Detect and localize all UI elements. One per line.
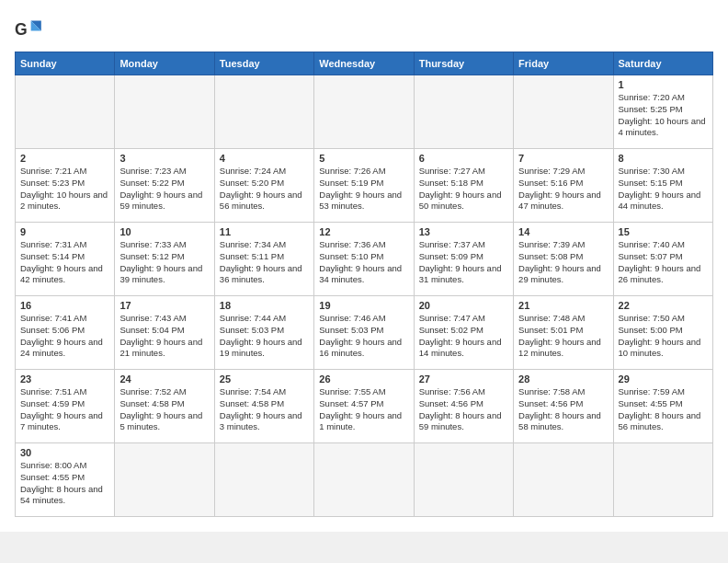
week-row-5: 30Sunrise: 8:00 AM Sunset: 4:55 PM Dayli… [16,443,713,517]
calendar-cell: 6Sunrise: 7:27 AM Sunset: 5:18 PM Daylig… [414,149,513,223]
calendar-header-row: SundayMondayTuesdayWednesdayThursdayFrid… [16,52,713,75]
day-info: Sunrise: 7:43 AM Sunset: 5:04 PM Dayligh… [119,313,209,360]
calendar-cell: 28Sunrise: 7:58 AM Sunset: 4:56 PM Dayli… [514,370,613,443]
day-info: Sunrise: 7:40 AM Sunset: 5:07 PM Dayligh… [619,239,708,286]
week-row-4: 23Sunrise: 7:51 AM Sunset: 4:59 PM Dayli… [16,370,713,443]
calendar-cell: 20Sunrise: 7:47 AM Sunset: 5:02 PM Dayli… [414,296,513,370]
calendar-cell [613,443,712,517]
calendar-cell: 24Sunrise: 7:52 AM Sunset: 4:58 PM Dayli… [115,370,214,443]
day-info: Sunrise: 7:20 AM Sunset: 5:25 PM Dayligh… [619,92,708,139]
day-number: 17 [119,300,209,311]
calendar-header-friday: Friday [514,52,613,75]
calendar-cell: 22Sunrise: 7:50 AM Sunset: 5:00 PM Dayli… [613,296,712,370]
day-number: 4 [220,153,309,164]
calendar-cell: 7Sunrise: 7:29 AM Sunset: 5:16 PM Daylig… [514,149,613,223]
calendar-cell [115,443,214,517]
day-number: 25 [220,373,309,385]
day-number: 19 [319,300,408,311]
calendar-cell: 10Sunrise: 7:33 AM Sunset: 5:12 PM Dayli… [115,223,214,296]
day-info: Sunrise: 7:37 AM Sunset: 5:09 PM Dayligh… [419,239,508,286]
day-number: 2 [20,153,109,164]
calendar-cell: 9Sunrise: 7:31 AM Sunset: 5:14 PM Daylig… [16,223,115,296]
day-info: Sunrise: 7:52 AM Sunset: 4:58 PM Dayligh… [119,386,209,433]
calendar-cell: 26Sunrise: 7:55 AM Sunset: 4:57 PM Dayli… [314,370,414,443]
calendar-cell: 14Sunrise: 7:39 AM Sunset: 5:08 PM Dayli… [514,223,613,296]
svg-text:G: G [15,20,28,39]
week-row-2: 9Sunrise: 7:31 AM Sunset: 5:14 PM Daylig… [16,223,713,296]
calendar-cell: 29Sunrise: 7:59 AM Sunset: 4:55 PM Dayli… [613,370,712,443]
calendar-cell [214,75,313,149]
day-number: 7 [518,153,608,164]
day-info: Sunrise: 7:26 AM Sunset: 5:19 PM Dayligh… [319,166,408,213]
calendar-header-monday: Monday [115,52,214,75]
day-number: 6 [419,153,508,164]
calendar-cell: 11Sunrise: 7:34 AM Sunset: 5:11 PM Dayli… [214,223,313,296]
day-number: 10 [119,226,209,237]
calendar-cell: 25Sunrise: 7:54 AM Sunset: 4:58 PM Dayli… [214,370,313,443]
day-info: Sunrise: 7:46 AM Sunset: 5:03 PM Dayligh… [319,313,408,360]
day-info: Sunrise: 7:50 AM Sunset: 5:00 PM Dayligh… [619,313,708,360]
day-info: Sunrise: 7:59 AM Sunset: 4:55 PM Dayligh… [619,386,708,433]
calendar-cell: 4Sunrise: 7:24 AM Sunset: 5:20 PM Daylig… [214,149,313,223]
calendar-cell [314,443,414,517]
calendar-cell [414,75,513,149]
day-info: Sunrise: 7:54 AM Sunset: 4:58 PM Dayligh… [220,386,309,433]
calendar-cell: 18Sunrise: 7:44 AM Sunset: 5:03 PM Dayli… [214,296,313,370]
header: G [15,15,713,44]
day-info: Sunrise: 7:23 AM Sunset: 5:22 PM Dayligh… [119,166,209,213]
day-info: Sunrise: 8:00 AM Sunset: 4:55 PM Dayligh… [20,460,109,507]
calendar-cell: 8Sunrise: 7:30 AM Sunset: 5:15 PM Daylig… [613,149,712,223]
day-number: 30 [20,447,109,458]
day-info: Sunrise: 7:58 AM Sunset: 4:56 PM Dayligh… [518,386,608,433]
day-info: Sunrise: 7:51 AM Sunset: 4:59 PM Dayligh… [20,386,109,433]
calendar-header-tuesday: Tuesday [214,52,313,75]
logo-icon: G [15,15,44,44]
calendar-cell: 1Sunrise: 7:20 AM Sunset: 5:25 PM Daylig… [613,75,712,149]
day-info: Sunrise: 7:21 AM Sunset: 5:23 PM Dayligh… [20,166,109,213]
day-number: 23 [20,373,109,385]
day-info: Sunrise: 7:47 AM Sunset: 5:02 PM Dayligh… [419,313,508,360]
day-number: 21 [518,300,608,311]
day-number: 22 [619,300,708,311]
day-info: Sunrise: 7:30 AM Sunset: 5:15 PM Dayligh… [619,166,708,213]
calendar-cell [514,75,613,149]
day-number: 3 [119,153,209,164]
day-number: 18 [220,300,309,311]
calendar-cell [115,75,214,149]
day-info: Sunrise: 7:33 AM Sunset: 5:12 PM Dayligh… [119,239,209,286]
day-info: Sunrise: 7:39 AM Sunset: 5:08 PM Dayligh… [518,239,608,286]
calendar-header-saturday: Saturday [613,52,712,75]
calendar-cell: 12Sunrise: 7:36 AM Sunset: 5:10 PM Dayli… [314,223,414,296]
logo: G [15,15,48,44]
day-number: 26 [319,373,408,385]
day-number: 13 [419,226,508,237]
day-number: 11 [220,226,309,237]
day-number: 5 [319,153,408,164]
day-info: Sunrise: 7:34 AM Sunset: 5:11 PM Dayligh… [220,239,309,286]
calendar-cell: 16Sunrise: 7:41 AM Sunset: 5:06 PM Dayli… [16,296,115,370]
day-number: 14 [518,226,608,237]
calendar-cell: 13Sunrise: 7:37 AM Sunset: 5:09 PM Dayli… [414,223,513,296]
day-number: 12 [319,226,408,237]
calendar-header-thursday: Thursday [414,52,513,75]
calendar: SundayMondayTuesdayWednesdayThursdayFrid… [15,52,713,517]
day-number: 27 [419,373,508,385]
calendar-cell [16,75,115,149]
day-info: Sunrise: 7:27 AM Sunset: 5:18 PM Dayligh… [419,166,508,213]
calendar-cell: 3Sunrise: 7:23 AM Sunset: 5:22 PM Daylig… [115,149,214,223]
day-info: Sunrise: 7:48 AM Sunset: 5:01 PM Dayligh… [518,313,608,360]
day-info: Sunrise: 7:24 AM Sunset: 5:20 PM Dayligh… [220,166,309,213]
calendar-cell [414,443,513,517]
calendar-cell: 17Sunrise: 7:43 AM Sunset: 5:04 PM Dayli… [115,296,214,370]
calendar-cell: 30Sunrise: 8:00 AM Sunset: 4:55 PM Dayli… [16,443,115,517]
day-info: Sunrise: 7:41 AM Sunset: 5:06 PM Dayligh… [20,313,109,360]
day-number: 1 [619,79,708,90]
day-number: 8 [619,153,708,164]
week-row-3: 16Sunrise: 7:41 AM Sunset: 5:06 PM Dayli… [16,296,713,370]
day-number: 9 [20,226,109,237]
day-info: Sunrise: 7:31 AM Sunset: 5:14 PM Dayligh… [20,239,109,286]
calendar-header-wednesday: Wednesday [314,52,414,75]
calendar-cell: 21Sunrise: 7:48 AM Sunset: 5:01 PM Dayli… [514,296,613,370]
calendar-cell: 15Sunrise: 7:40 AM Sunset: 5:07 PM Dayli… [613,223,712,296]
calendar-cell [314,75,414,149]
